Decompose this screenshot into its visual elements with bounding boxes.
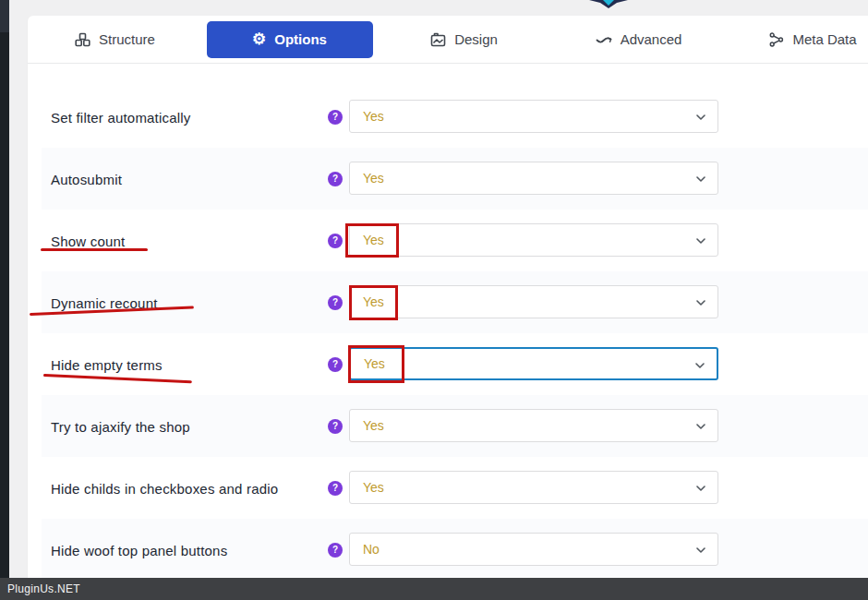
- autosubmit-select[interactable]: Yes: [349, 162, 718, 195]
- setting-label: Autosubmit: [51, 171, 122, 186]
- help-icon[interactable]: ?: [328, 481, 343, 496]
- chevron-down-icon: [693, 358, 707, 373]
- tab-advanced[interactable]: Advanced: [551, 16, 726, 63]
- footer-bar: PluginUs.NET: [0, 578, 868, 600]
- annotation-underline: [41, 248, 148, 251]
- select-value: Yes: [363, 480, 384, 495]
- setting-label: Hide childs in checkboxes and radio: [51, 480, 278, 496]
- chevron-down-icon: [693, 172, 708, 186]
- tab-label: Meta Data: [792, 31, 856, 47]
- chevron-down-icon: [693, 234, 708, 248]
- settings-list: Set filter automatically ? Yes Autosubmi…: [28, 64, 868, 578]
- select-value: Yes: [363, 233, 384, 247]
- help-icon[interactable]: ?: [328, 357, 343, 372]
- tab-design[interactable]: Design: [377, 16, 551, 63]
- chevron-down-icon: [693, 295, 708, 310]
- setting-label: Dynamic recount: [51, 294, 158, 310]
- hide-childs-in-checkboxes-and-radio-select[interactable]: Yes: [349, 471, 718, 504]
- setting-row-dynamic-recount: Dynamic recount ? Yes: [42, 271, 868, 333]
- setting-row-hide-empty-terms: Hide empty terms ? Yes: [42, 333, 868, 395]
- tab-label: Structure: [99, 31, 155, 47]
- help-icon[interactable]: ?: [328, 419, 343, 434]
- chevron-down-icon: [693, 110, 708, 125]
- select-value: Yes: [364, 356, 385, 371]
- setting-label: Try to ajaxify the shop: [51, 418, 190, 434]
- setting-row-show-count: Show count ? Yes: [42, 210, 868, 271]
- wave-arrow-icon: [596, 32, 612, 47]
- setting-row-autosubmit: Autosubmit ? Yes: [42, 148, 868, 210]
- select-value: Yes: [363, 294, 384, 309]
- tab-structure[interactable]: Structure: [28, 16, 202, 63]
- chevron-down-icon: [693, 419, 708, 434]
- setting-row-hide-woof-top-panel-buttons: Hide woof top panel buttons ? No: [42, 519, 868, 578]
- tab-bar: Structure ⚙ Options Design Advanced: [28, 16, 868, 64]
- hide-woof-top-panel-buttons-select[interactable]: No: [349, 533, 718, 566]
- setting-row-set-filter-automatically: Set filter automatically ? Yes: [42, 86, 868, 148]
- tab-options-pill: ⚙ Options: [207, 21, 373, 58]
- setting-label: Show count: [51, 233, 125, 248]
- set-filter-automatically-select[interactable]: Yes: [349, 100, 718, 133]
- woof-logo-fragment: [588, 0, 629, 8]
- select-value: Yes: [363, 109, 384, 124]
- chevron-down-icon: [693, 543, 708, 558]
- select-value: No: [363, 542, 380, 557]
- gear-icon: ⚙: [252, 31, 266, 47]
- molecule-icon: [769, 32, 784, 47]
- cubes-icon: [75, 32, 90, 47]
- hide-empty-terms-select[interactable]: Yes: [349, 347, 718, 380]
- help-icon[interactable]: ?: [328, 110, 343, 125]
- show-count-select[interactable]: Yes: [349, 223, 718, 257]
- help-icon[interactable]: ?: [328, 234, 343, 248]
- try-to-ajaxify-the-shop-select[interactable]: Yes: [349, 409, 718, 442]
- setting-row-hide-childs-in-checkboxes-and-radio: Hide childs in checkboxes and radio ? Ye…: [42, 457, 868, 519]
- tab-label: Design: [454, 31, 498, 47]
- admin-sidebar-strip-top: [0, 0, 9, 32]
- help-icon[interactable]: ?: [328, 172, 343, 186]
- settings-panel: Structure ⚙ Options Design Advanced: [28, 16, 868, 578]
- setting-row-try-to-ajaxify-the-shop: Try to ajaxify the shop ? Yes: [42, 395, 868, 457]
- select-value: Yes: [363, 171, 384, 186]
- tab-label: Advanced: [621, 31, 682, 47]
- help-icon[interactable]: ?: [328, 295, 343, 310]
- tab-meta-data[interactable]: Meta Data: [726, 16, 868, 63]
- tab-label: Options: [274, 31, 327, 47]
- tab-options[interactable]: ⚙ Options: [202, 16, 377, 63]
- admin-sidebar-strip[interactable]: [0, 0, 9, 578]
- footer-brand-link[interactable]: PluginUs.NET: [7, 582, 80, 595]
- annotation-underline: [43, 374, 192, 383]
- dynamic-recount-select[interactable]: Yes: [349, 285, 718, 318]
- setting-label: Hide woof top panel buttons: [51, 542, 227, 558]
- setting-label: Set filter automatically: [51, 109, 191, 125]
- setting-label: Hide empty terms: [51, 356, 163, 372]
- chevron-down-icon: [693, 481, 708, 496]
- select-value: Yes: [363, 418, 384, 433]
- picture-frame-icon: [430, 32, 446, 47]
- help-icon[interactable]: ?: [328, 543, 343, 558]
